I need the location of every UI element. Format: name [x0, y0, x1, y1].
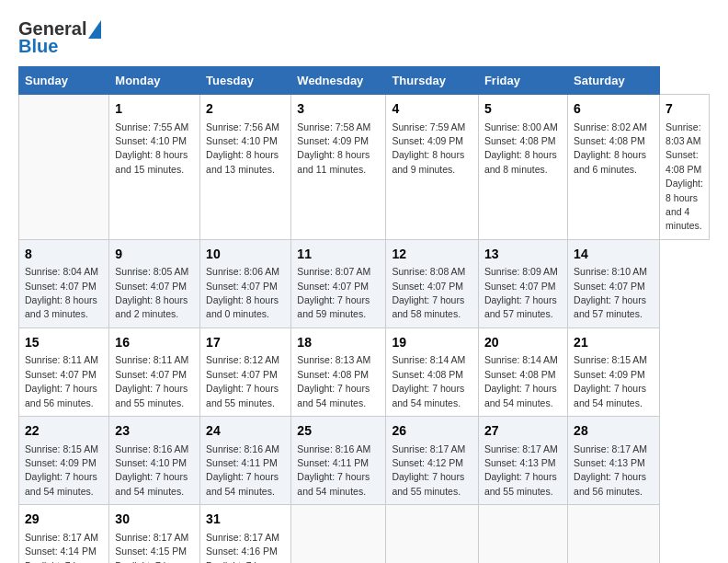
day-daylight: Daylight: 8 hours and 3 minutes.: [25, 294, 97, 319]
day-sunrise: Sunrise: 8:17 AM: [206, 532, 279, 543]
day-number: 20: [484, 334, 562, 352]
day-sunset: Sunset: 4:10 PM: [206, 135, 278, 146]
calendar-cell: 12Sunrise: 8:08 AMSunset: 4:07 PMDayligh…: [386, 239, 479, 327]
calendar-cell: 4Sunrise: 7:59 AMSunset: 4:09 PMDaylight…: [386, 95, 479, 240]
calendar-cell: 31Sunrise: 8:17 AMSunset: 4:16 PMDayligh…: [200, 505, 291, 563]
day-sunset: Sunset: 4:07 PM: [25, 281, 97, 292]
day-sunset: Sunset: 4:14 PM: [25, 546, 97, 557]
day-sunrise: Sunrise: 8:12 AM: [206, 354, 279, 365]
day-sunset: Sunset: 4:07 PM: [115, 369, 187, 380]
day-number: 21: [574, 334, 654, 352]
day-number: 24: [206, 422, 285, 441]
day-sunset: Sunset: 4:13 PM: [484, 457, 556, 468]
day-sunrise: Sunrise: 8:04 AM: [25, 266, 98, 277]
day-sunset: Sunset: 4:09 PM: [25, 457, 97, 468]
day-sunset: Sunset: 4:10 PM: [115, 457, 187, 468]
calendar-cell: 30Sunrise: 8:17 AMSunset: 4:15 PMDayligh…: [109, 505, 200, 563]
day-daylight: Daylight: 7 hours and 57 minutes.: [574, 294, 646, 319]
calendar-cell: 18Sunrise: 8:13 AMSunset: 4:08 PMDayligh…: [291, 327, 386, 416]
day-daylight: Daylight: 7 hours and 54 minutes.: [484, 383, 557, 408]
calendar-week-row: 29Sunrise: 8:17 AMSunset: 4:14 PMDayligh…: [19, 505, 710, 563]
day-sunset: Sunset: 4:07 PM: [297, 281, 369, 292]
header-cell-sunday: Sunday: [19, 67, 109, 95]
day-sunrise: Sunrise: 8:11 AM: [115, 354, 188, 365]
logo-blue: Blue: [18, 36, 58, 57]
day-number: 29: [25, 511, 103, 529]
day-daylight: Daylight: 7 hours and 57 minutes.: [25, 560, 97, 563]
day-sunrise: Sunrise: 8:16 AM: [297, 443, 370, 454]
calendar-cell: 10Sunrise: 8:06 AMSunset: 4:07 PMDayligh…: [200, 239, 291, 327]
day-number: 11: [297, 246, 380, 264]
day-number: 25: [297, 422, 380, 441]
calendar-cell: 25Sunrise: 8:16 AMSunset: 4:11 PMDayligh…: [291, 417, 386, 505]
day-daylight: Daylight: 8 hours and 11 minutes.: [297, 149, 370, 174]
day-number: 14: [574, 246, 654, 264]
day-daylight: Daylight: 7 hours and 58 minutes.: [115, 560, 188, 563]
day-sunrise: Sunrise: 7:56 AM: [206, 121, 279, 132]
day-sunrise: Sunrise: 8:17 AM: [484, 443, 558, 454]
calendar-cell: [19, 95, 109, 240]
day-daylight: Daylight: 7 hours and 55 minutes.: [484, 471, 557, 496]
day-sunrise: Sunrise: 8:13 AM: [297, 354, 370, 365]
day-sunset: Sunset: 4:08 PM: [665, 149, 701, 174]
day-sunrise: Sunrise: 8:15 AM: [25, 443, 98, 454]
day-sunset: Sunset: 4:07 PM: [392, 281, 463, 292]
day-number: 3: [297, 100, 380, 119]
calendar-cell: 9Sunrise: 8:05 AMSunset: 4:07 PMDaylight…: [109, 239, 200, 327]
day-number: 22: [25, 422, 103, 441]
day-sunset: Sunset: 4:08 PM: [484, 369, 556, 380]
calendar-cell: 8Sunrise: 8:04 AMSunset: 4:07 PMDaylight…: [19, 239, 109, 327]
header-cell-tuesday: Tuesday: [200, 67, 291, 95]
day-number: 9: [115, 246, 194, 264]
day-sunset: Sunset: 4:10 PM: [115, 135, 187, 146]
day-sunrise: Sunrise: 8:17 AM: [25, 532, 98, 543]
calendar-cell: 28Sunrise: 8:17 AMSunset: 4:13 PMDayligh…: [568, 417, 660, 505]
day-number: 6: [574, 100, 654, 119]
day-daylight: Daylight: 7 hours and 54 minutes.: [574, 383, 646, 408]
day-daylight: Daylight: 8 hours and 8 minutes.: [484, 149, 557, 174]
day-sunset: Sunset: 4:11 PM: [206, 457, 278, 468]
header-cell-thursday: Thursday: [386, 67, 479, 95]
day-daylight: Daylight: 7 hours and 55 minutes.: [115, 383, 188, 408]
day-daylight: Daylight: 8 hours and 6 minutes.: [574, 149, 646, 174]
day-daylight: Daylight: 7 hours and 54 minutes.: [297, 471, 370, 496]
day-sunset: Sunset: 4:07 PM: [574, 281, 645, 292]
calendar-cell: 1Sunrise: 7:55 AMSunset: 4:10 PMDaylight…: [109, 95, 200, 240]
day-sunrise: Sunrise: 8:02 AM: [574, 121, 647, 132]
day-sunrise: Sunrise: 8:17 AM: [574, 443, 647, 454]
day-number: 27: [484, 422, 562, 441]
day-daylight: Daylight: 8 hours and 9 minutes.: [392, 149, 464, 174]
day-number: 16: [115, 334, 194, 352]
day-sunrise: Sunrise: 7:55 AM: [115, 121, 188, 132]
day-daylight: Daylight: 8 hours and 0 minutes.: [206, 294, 279, 319]
calendar-cell: 15Sunrise: 8:11 AMSunset: 4:07 PMDayligh…: [19, 327, 109, 416]
calendar-cell: [568, 505, 660, 563]
day-sunset: Sunset: 4:09 PM: [297, 135, 369, 146]
day-number: 8: [25, 246, 103, 264]
day-sunset: Sunset: 4:09 PM: [574, 369, 645, 380]
day-number: 17: [206, 334, 285, 352]
calendar-cell: 17Sunrise: 8:12 AMSunset: 4:07 PMDayligh…: [200, 327, 291, 416]
day-number: 5: [484, 100, 562, 119]
day-daylight: Daylight: 8 hours and 4 minutes.: [665, 178, 703, 231]
calendar-cell: 19Sunrise: 8:14 AMSunset: 4:08 PMDayligh…: [386, 327, 479, 416]
day-daylight: Daylight: 7 hours and 56 minutes.: [574, 471, 646, 496]
day-sunset: Sunset: 4:07 PM: [206, 369, 278, 380]
day-daylight: Daylight: 7 hours and 54 minutes.: [297, 383, 370, 408]
header-cell-monday: Monday: [109, 67, 200, 95]
day-number: 13: [484, 246, 562, 264]
calendar-cell: [478, 505, 567, 563]
day-number: 31: [206, 511, 285, 529]
day-daylight: Daylight: 8 hours and 13 minutes.: [206, 149, 279, 174]
calendar-week-row: 1Sunrise: 7:55 AMSunset: 4:10 PMDaylight…: [19, 95, 710, 240]
day-sunset: Sunset: 4:08 PM: [484, 135, 556, 146]
calendar-cell: 21Sunrise: 8:15 AMSunset: 4:09 PMDayligh…: [568, 327, 660, 416]
day-number: 12: [392, 246, 472, 264]
day-sunrise: Sunrise: 8:14 AM: [392, 354, 465, 365]
day-daylight: Daylight: 7 hours and 59 minutes.: [297, 294, 370, 319]
calendar-cell: 14Sunrise: 8:10 AMSunset: 4:07 PMDayligh…: [568, 239, 660, 327]
day-sunset: Sunset: 4:11 PM: [297, 457, 369, 468]
day-number: 2: [206, 100, 285, 119]
day-number: 15: [25, 334, 103, 352]
day-sunset: Sunset: 4:15 PM: [115, 546, 187, 557]
